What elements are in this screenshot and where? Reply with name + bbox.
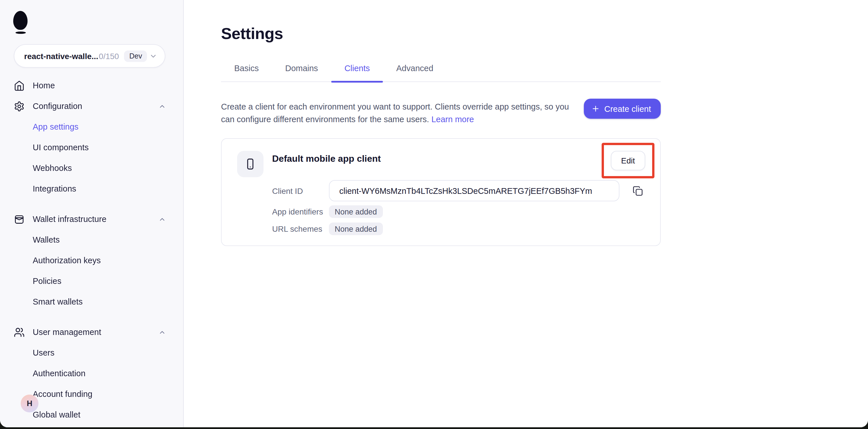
tab-advanced[interactable]: Advanced	[383, 64, 446, 81]
url-schemes-badge: None added	[329, 223, 383, 235]
app-identifiers-label: App identifiers	[272, 207, 329, 216]
copy-client-id-button[interactable]	[632, 186, 643, 196]
client-id-input[interactable]	[329, 180, 619, 201]
sidebar-item-wallets[interactable]: Wallets	[0, 229, 183, 250]
users-icon	[14, 327, 25, 337]
env-badge: Dev	[124, 50, 147, 62]
url-schemes-label: URL schemes	[272, 224, 329, 233]
project-selector[interactable]: react-native-walle... 0/150 Dev	[14, 44, 165, 68]
sidebar: react-native-walle... 0/150 Dev Home Con…	[0, 0, 184, 427]
copy-icon	[632, 186, 643, 196]
learn-more-link[interactable]: Learn more	[431, 114, 474, 124]
edit-button[interactable]: Edit	[611, 151, 645, 170]
sidebar-item-app-settings[interactable]: App settings	[0, 117, 183, 137]
client-icon-box	[237, 151, 264, 177]
sidebar-item-authentication[interactable]: Authentication	[0, 363, 183, 384]
sidebar-item-label: Wallet infrastructure	[33, 214, 106, 224]
smartphone-icon	[244, 158, 257, 170]
plus-icon	[591, 104, 600, 113]
page-title: Settings	[221, 25, 868, 42]
tab-basics[interactable]: Basics	[221, 64, 272, 81]
sidebar-item-smart-wallets[interactable]: Smart wallets	[0, 291, 183, 312]
sidebar-item-wallet-infrastructure[interactable]: Wallet infrastructure	[0, 209, 183, 229]
app-identifiers-row: App identifiers None added	[272, 205, 645, 218]
app-window: react-native-walle... 0/150 Dev Home Con…	[0, 0, 868, 427]
app-identifiers-badge: None added	[329, 205, 383, 218]
sidebar-item-ui-components[interactable]: UI components	[0, 137, 183, 158]
client-id-row: Client ID	[272, 180, 645, 201]
sidebar-item-users[interactable]: Users	[0, 342, 183, 363]
client-card-title: Default mobile app client	[272, 153, 645, 165]
privy-logo	[13, 11, 36, 36]
client-id-label: Client ID	[272, 186, 329, 195]
home-icon	[14, 80, 25, 91]
sidebar-nav: Home Configuration App settings UI compo…	[0, 75, 183, 425]
clients-header-row: Create a client for each environment you…	[221, 101, 661, 126]
sidebar-item-label: User management	[33, 328, 101, 337]
sidebar-item-integrations[interactable]: Integrations	[0, 178, 183, 199]
settings-tabs: Basics Domains Clients Advanced	[221, 64, 661, 82]
user-avatar[interactable]: H	[21, 395, 38, 412]
create-client-button[interactable]: Create client	[584, 99, 661, 119]
sidebar-item-label: Home	[33, 81, 55, 90]
wallet-icon	[14, 213, 25, 225]
sidebar-item-webhooks[interactable]: Webhooks	[0, 158, 183, 178]
sidebar-item-label: Configuration	[33, 101, 82, 111]
sidebar-item-authorization-keys[interactable]: Authorization keys	[0, 250, 183, 271]
tab-domains[interactable]: Domains	[272, 64, 331, 81]
project-usage: 0/150	[99, 51, 119, 61]
annotation-highlight-box: Edit	[601, 143, 654, 178]
chevron-up-icon[interactable]	[158, 328, 166, 336]
project-name: react-native-walle...	[24, 51, 98, 61]
client-card: Default mobile app client Client ID App …	[221, 138, 661, 246]
sidebar-item-home[interactable]: Home	[0, 75, 183, 96]
clients-description: Create a client for each environment you…	[221, 101, 570, 126]
chevron-up-icon[interactable]	[158, 102, 166, 110]
url-schemes-row: URL schemes None added	[272, 223, 645, 235]
sidebar-item-policies[interactable]: Policies	[0, 271, 183, 291]
sidebar-item-user-management[interactable]: User management	[0, 322, 183, 342]
privy-egg-logo	[13, 11, 28, 30]
gear-icon	[14, 101, 25, 111]
sidebar-item-configuration[interactable]: Configuration	[0, 96, 183, 117]
avatar-initial: H	[27, 399, 32, 408]
main-content: Settings Basics Domains Clients Advanced…	[184, 0, 868, 427]
tab-clients[interactable]: Clients	[331, 64, 383, 81]
chevron-up-icon[interactable]	[158, 216, 166, 223]
chevron-down-icon	[149, 52, 157, 60]
